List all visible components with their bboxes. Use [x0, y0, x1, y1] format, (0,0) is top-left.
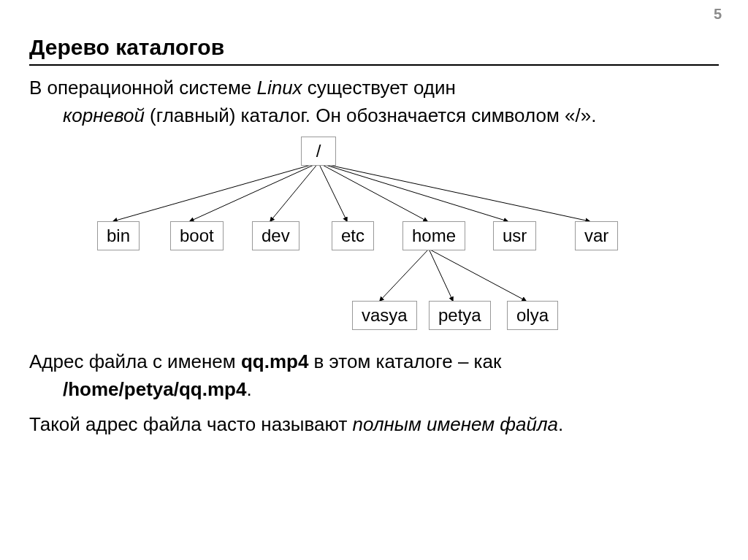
slide-heading: Дерево каталогов [29, 35, 719, 60]
svg-line-1 [190, 163, 318, 221]
directory-tree-diagram: / bin boot dev etc home usr var vasya pe… [29, 137, 719, 341]
svg-line-3 [318, 163, 347, 221]
heading-rule [29, 64, 719, 66]
node-usr: usr [493, 221, 536, 250]
node-bin: bin [97, 221, 140, 250]
text: (главный) каталог. Он обозначается симво… [145, 104, 597, 126]
text: Адрес файла с именем [29, 350, 241, 372]
text: В операционной системе [29, 77, 256, 99]
node-petya: petya [429, 301, 491, 330]
node-root: / [301, 137, 336, 166]
svg-line-2 [270, 163, 318, 221]
node-boot: boot [170, 221, 224, 250]
svg-line-0 [113, 163, 318, 221]
svg-line-4 [318, 163, 427, 221]
slide-content: Дерево каталогов В операционной системе … [0, 0, 748, 438]
paragraph-3: Такой адрес файла часто называют полным … [29, 411, 719, 439]
text: существует один [302, 77, 456, 99]
text: Такой адрес файла часто называют [29, 413, 353, 435]
node-home: home [402, 221, 465, 250]
svg-line-6 [318, 163, 589, 221]
filepath: /home/petya/qq.mp4 [63, 378, 246, 400]
full-filename-term: полным именем файла [353, 413, 559, 435]
text: в этом каталоге – как [308, 350, 501, 372]
node-var: var [575, 221, 618, 250]
filename: qq.mp4 [241, 350, 308, 372]
node-vasya: vasya [352, 301, 417, 330]
node-olya: olya [507, 301, 558, 330]
text: . [246, 378, 251, 400]
svg-line-9 [429, 249, 526, 301]
page-number: 5 [714, 6, 722, 23]
svg-line-5 [318, 163, 508, 221]
paragraph-2: Адрес файла с именем qq.mp4 в этом катал… [29, 348, 719, 403]
text: . [558, 413, 563, 435]
paragraph-1: В операционной системе Linux существует … [29, 74, 719, 129]
node-dev: dev [252, 221, 299, 250]
svg-line-8 [429, 249, 453, 301]
root-term: корневой [63, 104, 145, 126]
node-etc: etc [332, 221, 374, 250]
os-name: Linux [256, 77, 302, 99]
svg-line-7 [380, 249, 429, 301]
